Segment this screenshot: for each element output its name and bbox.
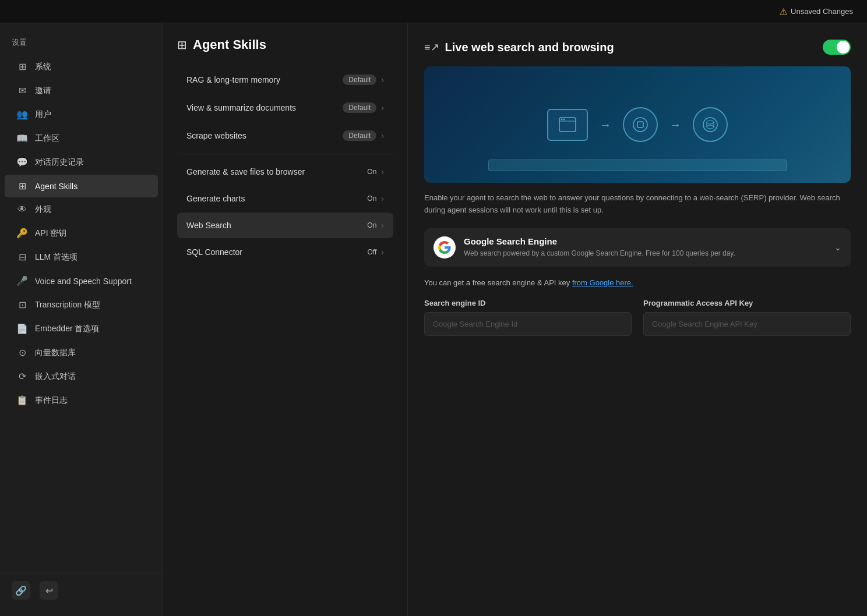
sidebar-item-api-keys[interactable]: 🔑 API 密钥 bbox=[5, 222, 158, 245]
skill-right: On › bbox=[367, 221, 384, 230]
search-engine-card[interactable]: Google Search Engine Web search powered … bbox=[424, 228, 851, 267]
search-engine-id-input[interactable] bbox=[424, 312, 632, 336]
embedder-icon: 📄 bbox=[16, 323, 28, 334]
skill-status: Off bbox=[368, 248, 377, 256]
sidebar-item-embedded-chat[interactable]: ⟳ 嵌入式对话 bbox=[5, 365, 158, 388]
search-engine-id-group: Search engine ID bbox=[424, 299, 632, 336]
users-icon: 👥 bbox=[16, 109, 28, 120]
svg-point-4 bbox=[633, 118, 647, 132]
sidebar-item-label: LLM 首选项 bbox=[35, 252, 77, 263]
hero-platform bbox=[488, 160, 787, 171]
event-log-icon: 📋 bbox=[16, 395, 28, 406]
sidebar-back-button[interactable]: ↩ bbox=[40, 581, 58, 600]
sidebar-item-appearance[interactable]: 👁 外观 bbox=[5, 199, 158, 221]
chevron-right-icon: › bbox=[381, 221, 384, 230]
skill-badge: Default bbox=[343, 75, 376, 85]
google-link[interactable]: from Google here. bbox=[572, 278, 633, 287]
skill-right: Default › bbox=[343, 75, 384, 85]
sidebar-item-label: 向量数据库 bbox=[35, 348, 76, 358]
skill-right: On › bbox=[367, 194, 384, 203]
sidebar-item-embedder[interactable]: 📄 Embedder 首选项 bbox=[5, 317, 158, 340]
detail-description: Enable your agent to search the web to a… bbox=[424, 192, 851, 217]
link-prefix: You can get a free search engine & API k… bbox=[424, 278, 572, 287]
skill-badge: Default bbox=[343, 102, 376, 113]
skill-item-charts[interactable]: Generate charts On › bbox=[177, 186, 393, 211]
skill-badge: Default bbox=[343, 130, 376, 141]
hero-arrow-2: → bbox=[669, 118, 681, 132]
panel-icon: ⊞ bbox=[177, 38, 187, 52]
search-engine-text: Google Search Engine Web search powered … bbox=[464, 236, 735, 259]
sidebar-item-label: 对话历史记录 bbox=[35, 157, 84, 168]
sidebar-item-label: Embedder 首选项 bbox=[35, 324, 99, 334]
sidebar-item-agent-skills[interactable]: ⊞ Agent Skills bbox=[5, 175, 158, 197]
embedded-chat-icon: ⟳ bbox=[16, 371, 28, 382]
sidebar-item-transcription[interactable]: ⊡ Transcription 模型 bbox=[5, 293, 158, 316]
hero-graphic: → → bbox=[547, 107, 728, 142]
unsaved-changes-label: Unsaved Changes bbox=[791, 7, 853, 16]
sidebar-footer: 🔗 ↩ bbox=[0, 573, 163, 607]
skill-right: Default › bbox=[343, 130, 384, 141]
appearance-icon: 👁 bbox=[16, 204, 28, 215]
search-engine-description: Web search powered by a custom Google Se… bbox=[464, 249, 735, 259]
agent-skills-icon: ⊞ bbox=[16, 180, 28, 192]
skill-divider bbox=[177, 154, 393, 154]
detail-title: Live web search and browsing bbox=[445, 41, 614, 54]
skill-right: On › bbox=[367, 167, 384, 176]
sidebar-item-vector-db[interactable]: ⊙ 向量数据库 bbox=[5, 341, 158, 364]
sidebar-item-llm[interactable]: ⊟ LLM 首选项 bbox=[5, 246, 158, 268]
sidebar-item-voice[interactable]: 🎤 Voice and Speech Support bbox=[5, 270, 158, 292]
skill-right: Off › bbox=[368, 247, 384, 257]
sidebar-item-label: 系统 bbox=[35, 62, 51, 72]
hero-db-circle bbox=[693, 107, 728, 142]
api-key-group: Programmatic Access API Key bbox=[643, 299, 851, 336]
sidebar-item-system[interactable]: ⊞ 系统 bbox=[5, 55, 158, 78]
transcription-icon: ⊡ bbox=[16, 299, 28, 310]
hero-process-circle bbox=[623, 107, 658, 142]
sidebar-item-label: 嵌入式对话 bbox=[35, 371, 76, 382]
sidebar-item-workspace[interactable]: 📖 工作区 bbox=[5, 127, 158, 150]
skill-item-summarize[interactable]: View & summarize documents Default › bbox=[177, 94, 393, 121]
sidebar-item-label: Voice and Speech Support bbox=[35, 277, 132, 286]
hero-browser-box bbox=[547, 109, 588, 141]
svg-point-6 bbox=[703, 118, 717, 132]
vector-db-icon: ⊙ bbox=[16, 347, 28, 358]
input-row: Search engine ID Programmatic Access API… bbox=[424, 299, 851, 336]
sidebar-item-history[interactable]: 💬 对话历史记录 bbox=[5, 151, 158, 174]
hero-image: → → bbox=[424, 66, 851, 183]
search-engine-dropdown-icon: ⌄ bbox=[834, 243, 841, 252]
sidebar-item-users[interactable]: 👥 用户 bbox=[5, 103, 158, 126]
sidebar-item-label: 工作区 bbox=[35, 133, 59, 144]
skill-item-web-search[interactable]: Web Search On › bbox=[177, 213, 393, 238]
invite-icon: ✉ bbox=[16, 85, 28, 96]
sidebar-item-label: API 密钥 bbox=[35, 228, 66, 239]
live-search-toggle[interactable] bbox=[823, 40, 851, 55]
svg-rect-5 bbox=[637, 122, 643, 128]
api-key-input[interactable] bbox=[643, 312, 851, 336]
detail-header: ≡↗ Live web search and browsing bbox=[424, 40, 851, 55]
chevron-right-icon: › bbox=[381, 194, 384, 203]
skill-label: Generate & save files to browser bbox=[186, 167, 305, 176]
sidebar-item-label: Agent Skills bbox=[35, 182, 77, 191]
sidebar-link-button[interactable]: 🔗 bbox=[12, 581, 30, 600]
search-engine-info: Google Search Engine Web search powered … bbox=[434, 236, 735, 259]
skills-panel: ⊞ Agent Skills RAG & long-term memory De… bbox=[163, 23, 408, 616]
svg-point-10 bbox=[707, 125, 714, 129]
api-key-label: Programmatic Access API Key bbox=[643, 299, 851, 307]
sidebar-item-invite[interactable]: ✉ 邀请 bbox=[5, 79, 158, 102]
skill-label: View & summarize documents bbox=[186, 103, 296, 112]
topbar: ⚠ Unsaved Changes bbox=[0, 0, 867, 23]
search-engine-id-label: Search engine ID bbox=[424, 299, 632, 307]
skill-item-generate-files[interactable]: Generate & save files to browser On › bbox=[177, 159, 393, 185]
sidebar-item-label: 外观 bbox=[35, 204, 51, 215]
chevron-right-icon: › bbox=[381, 75, 384, 84]
panel-title: Agent Skills bbox=[193, 37, 266, 52]
llm-icon: ⊟ bbox=[16, 252, 28, 263]
skill-item-scrape[interactable]: Scrape websites Default › bbox=[177, 122, 393, 149]
sidebar-item-event-log[interactable]: 📋 事件日志 bbox=[5, 389, 158, 412]
chevron-right-icon: › bbox=[381, 167, 384, 176]
hero-arrow-1: → bbox=[600, 118, 611, 132]
skill-item-sql[interactable]: SQL Connector Off › bbox=[177, 239, 393, 265]
skill-item-rag[interactable]: RAG & long-term memory Default › bbox=[177, 66, 393, 93]
main-layout: 设置 ⊞ 系统 ✉ 邀请 👥 用户 📖 工作区 💬 对话历史记录 ⊞ Agent… bbox=[0, 23, 867, 616]
search-engine-name: Google Search Engine bbox=[464, 236, 735, 246]
